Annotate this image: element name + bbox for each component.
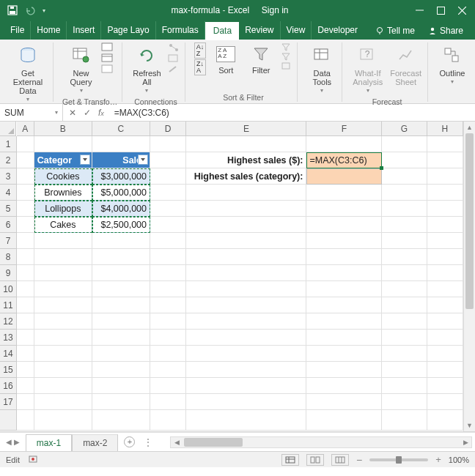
scroll-right-icon[interactable]: ▶ (460, 439, 471, 446)
cell-area[interactable]: Categor Sales Highest sales ($): =MAX(C3… (17, 136, 463, 431)
tab-developer[interactable]: Developer (312, 21, 364, 40)
tab-view[interactable]: View (281, 21, 312, 40)
tab-formulas[interactable]: Formulas (156, 21, 205, 40)
tell-me[interactable]: Tell me (369, 22, 421, 40)
new-sheet-button[interactable]: + (124, 436, 135, 447)
table-header-sales[interactable]: Sales (92, 152, 150, 168)
qat-dropdown-icon[interactable]: ▾ (43, 7, 45, 14)
col-header[interactable]: F (306, 122, 382, 135)
refresh-all-button[interactable]: Refresh All▾ (131, 42, 163, 96)
undo-icon[interactable] (25, 5, 35, 15)
table-header-category[interactable]: Categor (34, 152, 92, 168)
macro-record-icon[interactable] (29, 455, 39, 465)
name-box[interactable]: SUM▾ (0, 104, 63, 121)
scroll-down-icon[interactable]: ▼ (464, 420, 475, 431)
zoom-in-button[interactable]: + (435, 454, 441, 465)
formula-input[interactable]: =MAX(C3:C6) (110, 108, 475, 118)
horizontal-scrollbar[interactable]: ◀ ▶ (170, 436, 472, 448)
page-layout-view-button[interactable] (306, 454, 324, 466)
recent-sources-icon[interactable] (101, 64, 114, 75)
zoom-slider-thumb[interactable] (396, 456, 402, 464)
fill-handle[interactable] (380, 166, 383, 170)
page-break-view-button[interactable] (331, 454, 349, 466)
sort-button[interactable]: Z AA Z Sort (210, 42, 241, 76)
col-header[interactable]: E (186, 122, 306, 135)
edit-links-icon[interactable] (167, 64, 180, 75)
sheet-tab-max-2[interactable]: max-2 (72, 434, 118, 451)
table-cell[interactable]: $4,000,000 (92, 201, 150, 217)
filter-dropdown-icon[interactable] (80, 155, 90, 165)
row-header[interactable]: 14 (0, 346, 16, 362)
col-header[interactable]: C (92, 122, 150, 135)
clear-icon[interactable] (281, 42, 292, 51)
row-header[interactable]: 13 (0, 330, 16, 346)
row-header[interactable]: 16 (0, 378, 16, 394)
row-header[interactable]: 3 (0, 168, 16, 185)
zoom-out-button[interactable]: − (356, 454, 362, 466)
table-cell[interactable]: $5,000,000 (92, 185, 150, 201)
row-header[interactable] (0, 410, 16, 431)
row-header[interactable]: 5 (0, 201, 16, 217)
scroll-up-icon[interactable]: ▲ (464, 122, 475, 133)
row-header[interactable]: 7 (0, 233, 16, 249)
get-external-data-button[interactable]: Get External Data▾ (7, 42, 48, 105)
col-header[interactable]: H (427, 122, 463, 135)
data-tools-button[interactable]: Data Tools▾ (306, 42, 337, 96)
filter-dropdown-icon[interactable] (138, 155, 148, 165)
close-icon[interactable] (458, 7, 466, 15)
sort-desc-button[interactable]: Z↓A (194, 59, 206, 75)
col-header[interactable]: B (34, 122, 92, 135)
zoom-level[interactable]: 100% (449, 455, 469, 464)
table-cell[interactable]: Cakes (34, 217, 92, 233)
cancel-formula-icon[interactable]: ✕ (69, 108, 76, 118)
namebox-dropdown-icon[interactable]: ▾ (55, 109, 58, 116)
sheet-tab-max-1[interactable]: max-1 (26, 434, 72, 451)
row-header[interactable]: 4 (0, 185, 16, 201)
forecast-sheet-button[interactable]: Forecast Sheet (389, 42, 423, 88)
select-all-corner[interactable] (0, 122, 16, 136)
minimize-icon[interactable] (416, 7, 424, 15)
sort-asc-button[interactable]: A↓Z (194, 42, 207, 59)
connections-icon[interactable] (167, 42, 180, 53)
sign-in-link[interactable]: Sign in (262, 5, 289, 15)
properties-icon[interactable] (167, 53, 180, 64)
col-header[interactable]: G (382, 122, 427, 135)
scroll-left-icon[interactable]: ◀ (171, 439, 183, 446)
col-header[interactable]: A (17, 122, 34, 135)
scroll-thumb[interactable] (465, 133, 474, 309)
new-query-button[interactable]: New Query▾ (66, 42, 97, 96)
tab-data[interactable]: Data (205, 22, 239, 40)
row-header[interactable]: 1 (0, 136, 16, 152)
save-icon[interactable] (7, 5, 18, 15)
tab-insert[interactable]: Insert (67, 21, 101, 40)
filter-button[interactable]: Filter (246, 42, 276, 76)
sheet-nav-buttons[interactable]: ◀ ▶ (0, 438, 26, 446)
row-header[interactable]: 6 (0, 217, 16, 233)
row-header[interactable]: 12 (0, 313, 16, 330)
table-cell[interactable]: $3,000,000 (92, 168, 150, 185)
tab-home[interactable]: Home (31, 21, 67, 40)
show-queries-icon[interactable] (101, 42, 114, 53)
tab-pagelayout[interactable]: Page Layo (101, 21, 155, 40)
cell-F2-editing[interactable]: =MAX(C3:C6) (306, 152, 382, 168)
vertical-scrollbar[interactable]: ▲ ▼ (463, 122, 475, 431)
enter-formula-icon[interactable]: ✓ (84, 108, 91, 118)
row-header[interactable]: 15 (0, 362, 16, 378)
table-cell[interactable]: Brownies (34, 185, 92, 201)
table-cell[interactable]: Cookies (34, 168, 92, 185)
tab-review[interactable]: Review (239, 21, 280, 40)
reapply-icon[interactable] (281, 52, 292, 61)
row-header[interactable]: 8 (0, 249, 16, 265)
tab-file[interactable]: File (4, 21, 31, 40)
row-header[interactable]: 9 (0, 265, 16, 281)
col-header[interactable]: D (150, 122, 186, 135)
table-cell[interactable]: Lollipops (34, 201, 92, 217)
row-header[interactable]: 11 (0, 297, 16, 313)
hscroll-thumb[interactable] (184, 438, 243, 447)
what-if-button[interactable]: ? What-If Analysis▾ (351, 42, 384, 96)
row-header[interactable]: 17 (0, 394, 16, 410)
row-header[interactable]: 2 (0, 152, 16, 168)
from-table-icon[interactable] (101, 53, 114, 64)
share-button[interactable]: Share (421, 22, 471, 40)
advanced-icon[interactable] (281, 62, 292, 70)
